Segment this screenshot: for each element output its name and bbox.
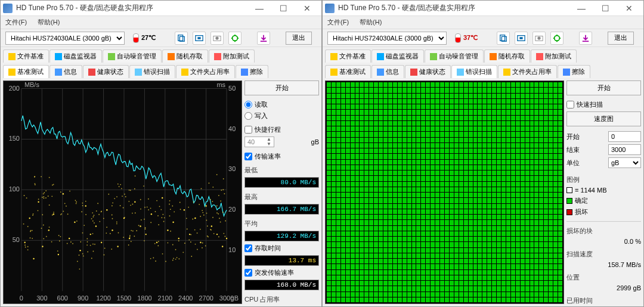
tab-error-scan[interactable]: 错误扫描 [129, 65, 175, 78]
svg-point-83 [216, 234, 218, 235]
svg-point-324 [92, 221, 94, 222]
svg-point-70 [145, 234, 147, 235]
start-button[interactable]: 开始 [244, 80, 319, 95]
end-label: 结束 [566, 145, 580, 154]
tab-health[interactable]: 健康状态 [405, 65, 451, 78]
svg-point-183 [116, 221, 117, 222]
svg-point-305 [82, 203, 83, 204]
options-icon[interactable] [550, 32, 564, 45]
options-icon[interactable] [228, 32, 242, 45]
svg-point-263 [169, 200, 171, 201]
transfer-rate-check[interactable]: 传输速率 [244, 152, 319, 161]
shortstroke-check[interactable]: 快捷行程 [244, 125, 319, 134]
svg-point-73 [162, 197, 163, 199]
close-button[interactable]: ✕ [295, 1, 319, 16]
start-button[interactable]: 开始 [566, 80, 641, 95]
svg-point-245 [162, 253, 163, 255]
svg-point-163 [114, 198, 115, 199]
svg-point-190 [186, 218, 187, 219]
svg-point-133 [123, 237, 124, 238]
tab-aam[interactable]: 自动噪音管理 [425, 49, 484, 63]
save-icon[interactable] [257, 32, 270, 45]
svg-point-178 [131, 241, 132, 242]
maximize-button[interactable]: ☐ [271, 1, 295, 16]
tab-erase[interactable]: 擦除 [236, 65, 268, 78]
tab-error-scan[interactable]: 错误扫描 [451, 65, 497, 78]
svg-point-327 [27, 226, 29, 227]
svg-point-300 [188, 239, 190, 240]
access-time-check[interactable]: 存取时间 [244, 244, 319, 253]
burst-rate-check[interactable]: 突发传输速率 [244, 268, 319, 277]
tab-benchmark[interactable]: 基准测试 [3, 65, 49, 78]
svg-point-169 [120, 184, 121, 185]
quickscan-check[interactable]: 快速扫描 [566, 100, 641, 109]
copy-screenshot-icon[interactable] [515, 32, 528, 45]
start-input[interactable] [608, 131, 641, 142]
tab-info[interactable]: 信息 [371, 65, 404, 78]
screenshot-icon[interactable] [532, 32, 546, 45]
speedmap-button[interactable]: 速度图 [566, 111, 641, 126]
tab-file-benchmark[interactable]: 文件基准 [3, 49, 49, 63]
radio-write[interactable]: 写入 [244, 111, 319, 120]
tab-benchmark[interactable]: 基准测试 [325, 65, 371, 78]
svg-point-239 [140, 199, 141, 200]
svg-point-151 [86, 238, 88, 239]
tabs-row2: 基准测试 信息 健康状态 错误扫描 文件夹占用率 擦除 [1, 63, 321, 78]
menu-help[interactable]: 帮助(H) [357, 17, 384, 28]
copy-text-icon[interactable] [497, 32, 510, 45]
tab-folder-usage[interactable]: 文件夹占用率 [176, 65, 235, 78]
svg-point-330 [41, 176, 42, 177]
menu-file[interactable]: 文件(F) [3, 17, 29, 28]
svg-point-313 [197, 249, 198, 250]
unit-select[interactable]: gB [608, 157, 641, 168]
exit-button[interactable]: 退出 [286, 32, 312, 45]
svg-point-290 [210, 199, 211, 200]
tab-folder-usage[interactable]: 文件夹占用率 [498, 65, 557, 78]
tab-file-benchmark[interactable]: 文件基准 [325, 49, 371, 63]
save-icon[interactable] [579, 32, 592, 45]
svg-point-144 [23, 224, 24, 225]
svg-point-92 [216, 212, 218, 213]
tab-health[interactable]: 健康状态 [83, 65, 129, 78]
svg-point-193 [63, 211, 64, 212]
svg-point-293 [116, 223, 117, 224]
tab-disk-monitor[interactable]: 磁盘监视器 [371, 49, 424, 63]
copy-text-icon[interactable] [175, 32, 188, 45]
svg-point-278 [108, 194, 109, 195]
tab-aam[interactable]: 自动噪音管理 [103, 49, 162, 63]
svg-point-265 [162, 214, 163, 215]
copy-screenshot-icon[interactable] [193, 32, 206, 45]
radio-read[interactable]: 读取 [244, 100, 319, 109]
minimize-button[interactable]: — [569, 1, 593, 16]
close-button[interactable]: ✕ [617, 1, 641, 16]
svg-text:2100: 2100 [158, 294, 172, 302]
end-input[interactable] [608, 144, 641, 155]
svg-point-159 [193, 201, 194, 203]
svg-point-112 [128, 201, 129, 202]
minimize-button[interactable]: — [247, 1, 271, 16]
avg-label: 平均 [244, 219, 319, 228]
tab-extra-tests[interactable]: 附加测试 [531, 49, 577, 63]
svg-point-189 [179, 202, 181, 203]
app-icon [3, 4, 13, 13]
exit-button[interactable]: 退出 [608, 32, 634, 45]
svg-point-59 [85, 205, 86, 206]
menu-file[interactable]: 文件(F) [325, 17, 351, 28]
drive-select[interactable]: Hitachi HUS724030ALE (3000 gB) [5, 32, 125, 45]
tab-extra-tests[interactable]: 附加测试 [209, 49, 255, 63]
tab-disk-monitor[interactable]: 磁盘监视器 [49, 49, 102, 63]
svg-point-62 [101, 241, 102, 243]
svg-point-131 [220, 200, 221, 201]
tab-random-access[interactable]: 随机存取 [484, 49, 530, 63]
shortstroke-value[interactable]: 40▲▼ [244, 137, 274, 147]
maximize-button[interactable]: ☐ [593, 1, 617, 16]
svg-point-236 [53, 184, 54, 185]
svg-point-160 [112, 215, 113, 216]
svg-point-177 [132, 213, 133, 214]
tab-random-access[interactable]: 随机存取 [162, 49, 208, 63]
tab-info[interactable]: 信息 [49, 65, 82, 78]
tab-erase[interactable]: 擦除 [558, 65, 590, 78]
drive-select[interactable]: Hitachi HUS724030ALE (3000 gB) [327, 32, 447, 45]
screenshot-icon[interactable] [210, 32, 224, 45]
menu-help[interactable]: 帮助(H) [35, 17, 62, 28]
